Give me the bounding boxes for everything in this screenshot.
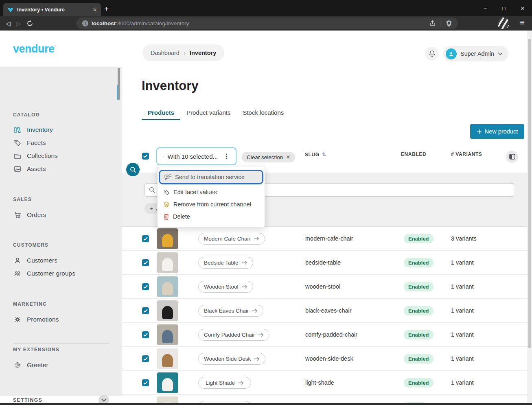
sidebar-item-promotions[interactable]: Promotions (0, 313, 118, 326)
tab-stock-locations[interactable]: Stock locations (236, 106, 290, 119)
window-bottom-edge (0, 403, 532, 405)
product-thumbnail[interactable] (157, 348, 178, 369)
menu-item-send-to-translation[interactable]: A Send to translation service (159, 170, 263, 184)
back-button[interactable]: ◁ (6, 20, 11, 27)
arrow-right-icon (252, 309, 258, 313)
sidebar-item-facets[interactable]: Facets (0, 136, 118, 149)
close-icon: ✕ (286, 154, 290, 160)
arrow-right-icon (242, 261, 247, 265)
tab-product-variants[interactable]: Product variants (180, 106, 236, 119)
variant-count: 1 variant (451, 251, 474, 275)
window-maximize-button[interactable]: □ (495, 0, 513, 16)
search-icon (130, 166, 136, 173)
row-checkbox[interactable] (142, 379, 149, 386)
share-icon[interactable] (429, 20, 436, 27)
variant-count: 1 variant (451, 371, 474, 395)
bell-icon (429, 50, 436, 57)
product-table-body: Modern Cafe Chair modern-cafe-chair Enab… (122, 226, 527, 405)
product-name-link[interactable]: Modern Cafe Chair (198, 233, 265, 245)
product-thumbnail[interactable] (157, 228, 178, 249)
plus-icon: + (150, 206, 153, 212)
sidebar-item-orders[interactable]: Orders (0, 208, 118, 221)
image-icon (14, 165, 21, 173)
section-customers: CUSTOMERS (13, 242, 48, 248)
sidebar-item-collections[interactable]: Collections (0, 149, 118, 162)
product-name-link[interactable]: Wooden Side Desk (198, 353, 265, 365)
page-title: Inventory (142, 79, 199, 93)
row-checkbox[interactable] (142, 355, 149, 362)
url-bar[interactable]: ! localhost:3000/admin/catalog/inventory… (77, 18, 458, 29)
notifications-button[interactable] (425, 47, 439, 61)
section-sales: SALES (13, 197, 32, 202)
tab-close-icon[interactable]: ✕ (93, 7, 97, 13)
scrollbar-thumb[interactable] (528, 39, 531, 348)
search-toggle-button[interactable] (126, 163, 140, 176)
product-thumbnail[interactable] (157, 252, 178, 273)
product-thumbnail[interactable] (157, 324, 178, 345)
user-icon (14, 257, 21, 264)
sort-icon[interactable]: ⇅ (322, 151, 327, 158)
window-minimize-button[interactable]: – (476, 0, 495, 16)
product-name-link[interactable]: Bedside Table (198, 257, 253, 269)
product-thumbnail[interactable] (157, 300, 178, 321)
select-all-checkbox[interactable] (142, 153, 149, 160)
product-name-link[interactable]: Black Eaves Chair (198, 305, 263, 317)
window-close-button[interactable]: ✕ (513, 0, 532, 16)
menu-item-delete[interactable]: Delete (158, 210, 265, 223)
table-row: Comfy Padded Chair comfy-padded-chair En… (122, 323, 527, 347)
users-icon (14, 270, 21, 277)
sparkle-icon (14, 316, 21, 323)
column-header-slug[interactable]: SLUG⇅ (305, 151, 326, 158)
new-product-button[interactable]: New product (470, 124, 524, 139)
sidebar-item-assets[interactable]: Assets (0, 162, 118, 175)
kebab-menu-icon[interactable]: ⋮ (221, 152, 232, 161)
product-name-link[interactable]: Light Shade (198, 377, 251, 389)
sidebar-item-customer-groups[interactable]: Customer groups (0, 267, 118, 280)
row-checkbox[interactable] (142, 235, 149, 242)
row-checkbox[interactable] (142, 259, 149, 266)
row-checkbox[interactable] (142, 307, 149, 314)
url-text[interactable]: localhost:3000/admin/catalog/inventory (92, 20, 426, 26)
tag-icon (163, 189, 170, 195)
user-menu[interactable]: Super Admin (443, 46, 508, 61)
table-row: Modern Cafe Chair modern-cafe-chair Enab… (122, 227, 527, 251)
browser-profile-avatar[interactable] (497, 18, 509, 29)
sidebar-scrollbar[interactable] (118, 68, 120, 100)
sidebar-item-inventory[interactable]: Inventory (0, 123, 118, 136)
enabled-badge: Enabled (404, 306, 433, 315)
new-tab-button[interactable]: + (104, 5, 109, 13)
breadcrumb-current: Inventory (190, 50, 216, 56)
sidebar-divider (13, 343, 109, 344)
brave-shield-icon[interactable] (446, 20, 452, 27)
site-info-icon[interactable]: ! (82, 20, 88, 26)
vendure-logo[interactable]: vendure’ (13, 43, 55, 55)
column-settings-button[interactable] (506, 151, 518, 163)
row-checkbox[interactable] (142, 283, 149, 290)
menu-item-edit-facet-values[interactable]: Edit facet values (158, 186, 265, 198)
breadcrumb-dashboard[interactable]: Dashboard (151, 50, 180, 56)
row-checkbox[interactable] (142, 331, 149, 338)
with-selected-button[interactable]: With 10 selected... ⋮ (156, 147, 236, 165)
browser-menu-icon[interactable]: ≡ (520, 18, 525, 27)
sidebar-item-customers[interactable]: Customers (0, 254, 118, 267)
columns-icon (509, 154, 515, 160)
enabled-badge: Enabled (404, 378, 433, 387)
refresh-icon[interactable] (26, 20, 33, 27)
product-slug: modern-cafe-chair (305, 227, 353, 251)
variant-count: 1 variant (451, 299, 474, 323)
breadcrumb[interactable]: Dashboard › Inventory (142, 44, 224, 61)
svg-text:A: A (166, 175, 168, 178)
with-selected-label: With 10 selected... (168, 153, 218, 160)
layers-icon (163, 201, 170, 208)
page-scrollbar[interactable] (527, 31, 532, 405)
browser-tab[interactable]: Inventory • Vendure ✕ (3, 3, 101, 16)
clear-selection-button[interactable]: Clear selection ✕ (242, 152, 295, 162)
product-name-link[interactable]: Wooden Stool (198, 281, 253, 293)
product-thumbnail[interactable] (157, 372, 178, 393)
product-name-link[interactable]: Comfy Padded Chair (198, 329, 269, 341)
table-row: Wooden Side Desk wooden-side-desk Enable… (122, 347, 527, 371)
tab-products[interactable]: Products (142, 106, 180, 119)
sidebar-item-greeter[interactable]: Greeter (0, 359, 118, 372)
product-thumbnail[interactable] (157, 276, 178, 297)
menu-item-remove-from-channel[interactable]: Remove from current channel (158, 198, 265, 210)
